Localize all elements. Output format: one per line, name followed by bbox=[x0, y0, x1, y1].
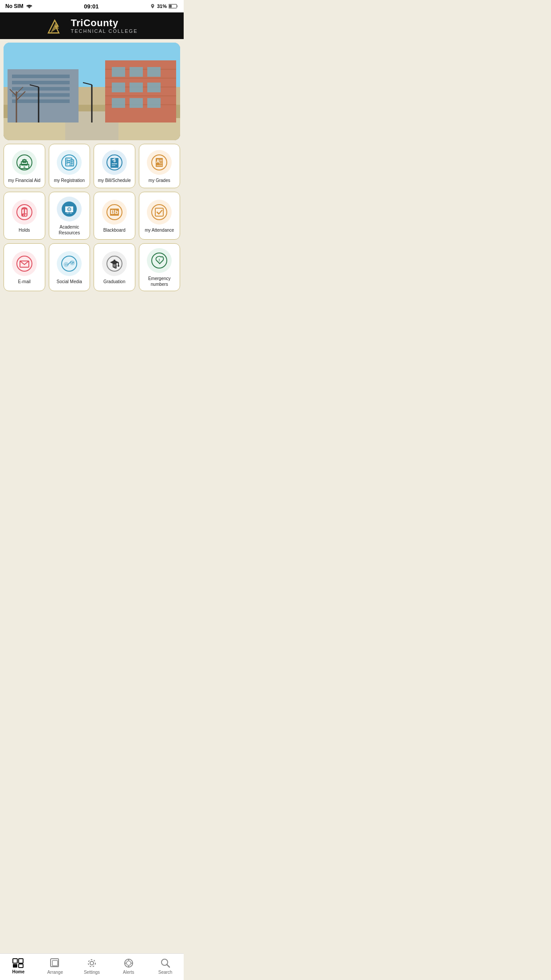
attendance-label: my Attendance bbox=[145, 227, 174, 233]
location-icon bbox=[150, 4, 155, 9]
svg-rect-30 bbox=[147, 98, 161, 108]
svg-rect-24 bbox=[147, 67, 161, 77]
svg-text:Bb: Bb bbox=[110, 209, 118, 215]
svg-text:$: $ bbox=[24, 166, 26, 170]
svg-rect-67 bbox=[159, 163, 162, 164]
svg-rect-23 bbox=[130, 67, 143, 77]
holds-label: Holds bbox=[19, 227, 30, 233]
status-bar: No SIM 09:01 31% bbox=[0, 0, 184, 12]
svg-rect-29 bbox=[130, 98, 143, 108]
financial-aid-label: my Financial Aid bbox=[8, 178, 40, 183]
svg-rect-1 bbox=[177, 5, 177, 7]
app-grid: $$my Financial Aidmy Registration$my Bil… bbox=[0, 140, 184, 295]
svg-rect-26 bbox=[130, 83, 143, 92]
svg-rect-2 bbox=[169, 5, 172, 8]
svg-text:$: $ bbox=[113, 158, 116, 163]
svg-rect-79 bbox=[70, 213, 72, 213]
grid-item-graduation[interactable]: Graduation bbox=[94, 243, 135, 291]
grades-icon: A bbox=[147, 150, 172, 175]
campus-image bbox=[4, 43, 180, 140]
svg-text:↗: ↗ bbox=[71, 261, 74, 265]
app-header: TriCounty TECHNICAL COLLEGE bbox=[0, 12, 184, 39]
svg-text:←: ← bbox=[64, 263, 68, 267]
status-carrier: No SIM bbox=[5, 3, 33, 9]
svg-rect-28 bbox=[112, 98, 125, 108]
registration-icon bbox=[57, 150, 82, 175]
blackboard-label: Blackboard bbox=[103, 227, 126, 233]
emergency-label: Emergency numbers bbox=[141, 276, 178, 287]
email-label: E-mail bbox=[18, 279, 31, 285]
svg-rect-12 bbox=[12, 81, 70, 84]
svg-rect-51 bbox=[71, 161, 73, 162]
grid-item-grades[interactable]: Amy Grades bbox=[139, 144, 181, 188]
attendance-icon bbox=[147, 200, 172, 225]
blackboard-icon: Bb bbox=[102, 200, 127, 225]
svg-point-97 bbox=[118, 265, 119, 267]
financial-aid-icon: $$ bbox=[12, 150, 37, 175]
svg-rect-55 bbox=[67, 163, 68, 164]
wifi-icon bbox=[26, 4, 33, 9]
svg-rect-52 bbox=[71, 163, 73, 164]
svg-rect-66 bbox=[159, 162, 162, 162]
logo-text: TriCounty TECHNICAL COLLEGE bbox=[71, 18, 138, 34]
holds-icon bbox=[12, 200, 37, 225]
svg-rect-59 bbox=[112, 163, 117, 164]
grades-label: my Grades bbox=[149, 178, 170, 183]
svg-rect-27 bbox=[147, 83, 161, 92]
svg-rect-13 bbox=[12, 87, 70, 91]
svg-rect-22 bbox=[112, 67, 125, 77]
svg-rect-61 bbox=[112, 159, 114, 160]
svg-rect-25 bbox=[112, 83, 125, 92]
bill-schedule-icon: $ bbox=[102, 150, 127, 175]
grid-item-emergency[interactable]: !Emergency numbers bbox=[139, 243, 181, 291]
logo-icon bbox=[46, 17, 67, 35]
svg-rect-60 bbox=[112, 165, 115, 166]
svg-rect-84 bbox=[155, 208, 163, 216]
svg-rect-54 bbox=[67, 161, 68, 162]
grid-item-registration[interactable]: my Registration bbox=[49, 144, 91, 188]
email-icon bbox=[12, 251, 37, 276]
svg-rect-65 bbox=[159, 160, 162, 161]
social-media-label: Social Media bbox=[57, 279, 82, 285]
battery-icon bbox=[169, 4, 178, 9]
registration-label: my Registration bbox=[54, 178, 85, 183]
status-time: 09:01 bbox=[84, 3, 98, 10]
logo: TriCounty TECHNICAL COLLEGE bbox=[46, 17, 138, 35]
svg-rect-15 bbox=[12, 99, 70, 103]
grid-item-financial-aid[interactable]: $$my Financial Aid bbox=[4, 144, 45, 188]
bill-schedule-label: my Bill/Schedule bbox=[98, 178, 131, 183]
svg-rect-78 bbox=[67, 213, 69, 213]
svg-rect-53 bbox=[67, 159, 68, 161]
svg-rect-11 bbox=[12, 75, 70, 78]
svg-point-83 bbox=[152, 205, 167, 220]
academic-resources-icon bbox=[57, 197, 82, 221]
svg-point-85 bbox=[17, 256, 32, 271]
grid-item-social-media[interactable]: ←↗Social Media bbox=[49, 243, 91, 291]
grid-item-attendance[interactable]: my Attendance bbox=[139, 192, 181, 240]
academic-resources-label: Academic Resources bbox=[51, 224, 88, 236]
svg-text:A: A bbox=[156, 158, 160, 164]
emergency-icon: ! bbox=[147, 248, 172, 273]
social-media-icon: ←↗ bbox=[57, 251, 82, 276]
svg-rect-68 bbox=[157, 165, 162, 166]
svg-text:!: ! bbox=[159, 258, 160, 262]
graduation-icon bbox=[102, 251, 127, 276]
grid-item-email[interactable]: E-mail bbox=[4, 243, 45, 291]
svg-point-72 bbox=[22, 214, 24, 216]
grid-item-academic-resources[interactable]: Academic Resources bbox=[49, 192, 91, 240]
status-right: 31% bbox=[150, 4, 178, 9]
grid-item-bill-schedule[interactable]: $my Bill/Schedule bbox=[94, 144, 135, 188]
grid-item-holds[interactable]: Holds bbox=[4, 192, 45, 240]
graduation-label: Graduation bbox=[103, 279, 125, 285]
grid-item-blackboard[interactable]: BbBlackboard bbox=[94, 192, 135, 240]
campus-illustration bbox=[4, 43, 180, 140]
svg-rect-95 bbox=[114, 260, 115, 261]
